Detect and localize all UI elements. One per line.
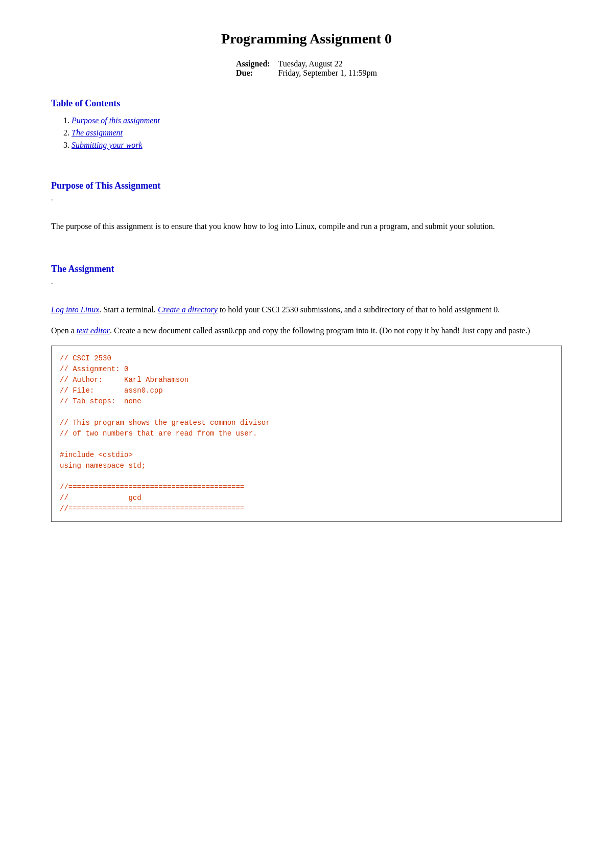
toc-link-purpose[interactable]: Purpose of this assignment: [72, 116, 160, 125]
create-directory-link[interactable]: Create a directory: [158, 305, 218, 314]
assignment-heading: The Assignment: [51, 264, 562, 275]
toc-section: Table of Contents Purpose of this assign…: [51, 98, 562, 150]
text-editor-link[interactable]: text editor: [77, 326, 110, 335]
assignment-paragraph2: Open a text editor. Create a new documen…: [51, 324, 562, 337]
due-label: Due:: [236, 68, 278, 78]
assignment-dot: ·: [51, 280, 562, 288]
purpose-heading: Purpose of This Assignment: [51, 180, 562, 191]
assignment-section: The Assignment · Log into Linux. Start a…: [51, 264, 562, 522]
purpose-section: Purpose of This Assignment · The purpose…: [51, 180, 562, 233]
assignment-paragraph1: Log into Linux. Start a terminal. Create…: [51, 303, 562, 316]
list-item: Purpose of this assignment: [72, 116, 562, 125]
toc-link-submitting[interactable]: Submitting your work: [72, 141, 143, 149]
meta-info: Assigned: Tuesday, August 22 Due: Friday…: [236, 59, 377, 78]
toc-heading: Table of Contents: [51, 98, 562, 109]
log-into-linux-link[interactable]: Log into Linux: [51, 305, 99, 314]
list-item: Submitting your work: [72, 141, 562, 150]
due-value: Friday, September 1, 11:59pm: [278, 68, 377, 78]
toc-list: Purpose of this assignment The assignmen…: [51, 116, 562, 150]
purpose-body: The purpose of this assignment is to ens…: [51, 220, 562, 233]
assigned-label: Assigned:: [236, 59, 278, 68]
purpose-dot: ·: [51, 196, 562, 204]
purpose-paragraph: The purpose of this assignment is to ens…: [51, 220, 562, 233]
page-title: Programming Assignment 0: [51, 31, 562, 47]
assignment-body: Log into Linux. Start a terminal. Create…: [51, 303, 562, 522]
list-item: The assignment: [72, 128, 562, 138]
assigned-value: Tuesday, August 22: [278, 59, 377, 68]
toc-link-assignment[interactable]: The assignment: [72, 128, 123, 137]
code-block: // CSCI 2530 // Assignment: 0 // Author:…: [51, 346, 562, 522]
